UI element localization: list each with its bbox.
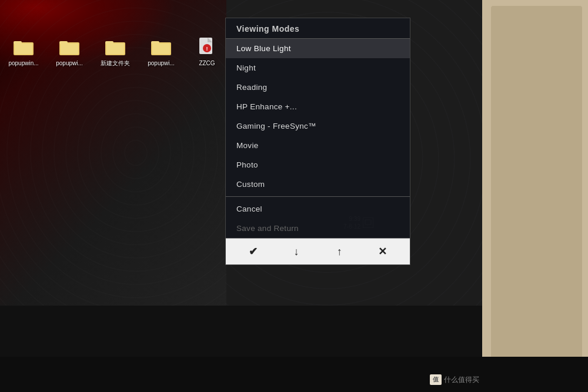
- desktop-icon-label-2: popupwi...: [56, 60, 83, 67]
- watermark: 值 什么值得买: [430, 374, 479, 385]
- osd-item-gaming-freesync[interactable]: Gaming - FreeSync™: [226, 116, 410, 136]
- desktop-icon-2[interactable]: popupwi...: [52, 35, 87, 67]
- nav-cancel-button[interactable]: ✕: [372, 243, 393, 260]
- desktop-background: popupwin... popupwi...: [0, 0, 226, 306]
- svg-text:!: !: [206, 46, 208, 52]
- desktop-icon-5[interactable]: ! ZZCG: [189, 35, 225, 67]
- osd-item-hp-enhance[interactable]: HP Enhance +...: [226, 97, 410, 116]
- desktop-icon-label-5: ZZCG: [199, 60, 215, 67]
- nav-confirm-button[interactable]: ✔: [243, 243, 264, 260]
- file-icon-5: !: [196, 35, 218, 58]
- osd-menu-title: Viewing Modes: [226, 18, 410, 39]
- watermark-text: 什么值得买: [444, 375, 479, 385]
- desktop-icon-4[interactable]: popupwi...: [143, 35, 179, 67]
- osd-footer-cancel[interactable]: Cancel: [226, 199, 410, 219]
- monitor-frame: [482, 0, 588, 392]
- osd-item-reading[interactable]: Reading: [226, 78, 410, 97]
- monitor-stand: [0, 357, 588, 392]
- desktop-icon-label-4: popupwi...: [148, 60, 175, 67]
- osd-divider: [226, 196, 410, 197]
- svg-rect-8: [106, 43, 124, 54]
- desktop-icon-3[interactable]: 新建文件夹: [98, 35, 133, 67]
- osd-item-photo[interactable]: Photo: [226, 155, 410, 175]
- folder-icon-3: [104, 35, 126, 58]
- desktop-icon-label-3: 新建文件夹: [101, 60, 130, 67]
- svg-rect-5: [61, 43, 78, 54]
- nav-up-button[interactable]: ↑: [329, 243, 350, 260]
- svg-rect-2: [15, 43, 32, 54]
- watermark-badge: 值: [430, 374, 442, 385]
- osd-menu: Viewing Modes Low Blue Light Night Readi…: [225, 18, 410, 265]
- osd-item-low-blue-light[interactable]: Low Blue Light: [226, 39, 410, 58]
- folder-icon-4: [150, 35, 172, 58]
- nav-down-button[interactable]: ↓: [286, 243, 307, 260]
- folder-icon-2: [58, 35, 81, 58]
- osd-footer-save-return[interactable]: Save and Return: [226, 219, 410, 238]
- desktop-icon-1[interactable]: popupwin...: [6, 35, 41, 67]
- monitor-frame-inner: [491, 6, 582, 382]
- desktop-icon-label-1: popupwin...: [8, 60, 38, 67]
- svg-rect-11: [152, 43, 170, 54]
- osd-item-movie[interactable]: Movie: [226, 136, 410, 155]
- osd-item-night[interactable]: Night: [226, 58, 410, 78]
- desktop-icons: popupwin... popupwi...: [6, 35, 225, 67]
- osd-item-custom[interactable]: Custom: [226, 175, 410, 194]
- folder-icon-1: [12, 35, 35, 58]
- osd-nav-bar: ✔ ↓ ↑ ✕: [226, 238, 410, 264]
